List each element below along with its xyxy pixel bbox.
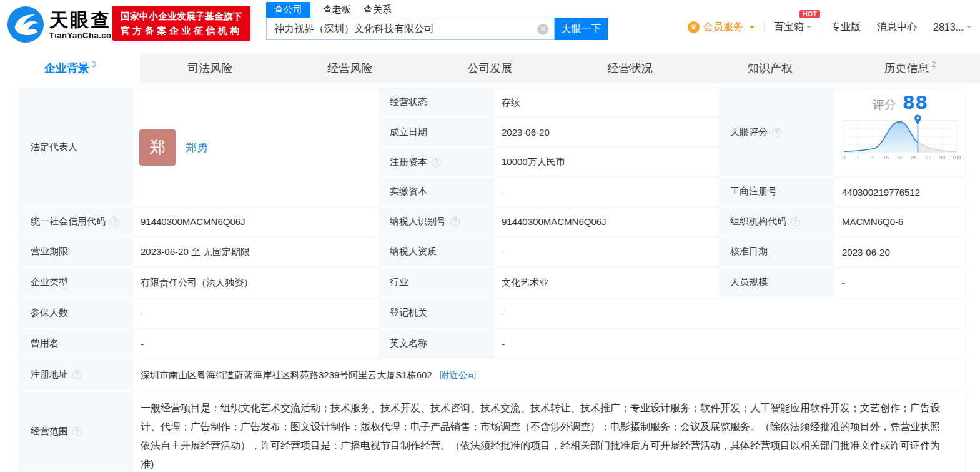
tab-judicial-risk[interactable]: 司法风险 xyxy=(140,53,280,83)
empty-cell xyxy=(719,329,966,359)
svg-text:99: 99 xyxy=(939,154,946,161)
score-title: 评分 88 xyxy=(873,92,928,113)
help-icon[interactable]: ? xyxy=(772,128,781,137)
label-text: 纳税人识别号 xyxy=(390,216,446,228)
clear-icon[interactable]: × xyxy=(537,24,548,35)
search-row: × 天眼一下 xyxy=(266,18,608,40)
svg-text:85: 85 xyxy=(911,154,918,161)
score-number: 88 xyxy=(903,92,928,113)
field-reg-authority-value: - xyxy=(494,298,719,329)
field-paid-capital-label: 实缴资本 xyxy=(379,178,494,207)
section-tabs: 企业背景 3 司法风险 经营风险 公司发展 经营状况 知识产权 历史信息 2 xyxy=(0,53,980,83)
field-reg-status-label: 经营状态 xyxy=(379,88,494,118)
top-nav: ♛ 会员服务 HOT 百宝箱 专业版 消息中心 2813... xyxy=(688,21,971,34)
tab-company-background[interactable]: 企业背景 3 xyxy=(0,53,140,83)
field-staff-size-value: - xyxy=(834,268,966,298)
tab-intellectual-property[interactable]: 知识产权 xyxy=(700,53,840,83)
search-tab-relation[interactable]: 查关系 xyxy=(364,2,392,18)
field-reg-authority-label: 登记机关 xyxy=(379,298,494,329)
search-tab-company[interactable]: 查公司 xyxy=(266,2,310,18)
field-paid-capital-value: - xyxy=(494,178,719,207)
label-text: 注册资本 xyxy=(390,156,427,168)
field-credit-code-value: 91440300MACMN6Q06J xyxy=(133,207,379,237)
tab-label: 经营状况 xyxy=(608,61,653,76)
header: 天眼查 TianYanCha.com 国家中小企业发展子基金旗下 官方备案企业征… xyxy=(0,0,980,50)
field-industry-label: 行业 xyxy=(379,268,494,298)
tab-count: 2 xyxy=(932,60,936,69)
tab-operating-status[interactable]: 经营状况 xyxy=(560,53,700,83)
svg-text:15: 15 xyxy=(883,154,889,161)
field-industry-value: 文化艺术业 xyxy=(494,268,719,298)
crown-icon: ♛ xyxy=(688,21,700,33)
nav-vip-label: 会员服务 xyxy=(703,21,743,34)
address-text: 深圳市南山区粤海街道蔚蓝海岸社区科苑路3239号阿里云大厦S1栋602 xyxy=(141,369,432,381)
svg-text:100: 100 xyxy=(952,154,961,161)
help-icon[interactable]: ? xyxy=(72,427,82,436)
field-english-name-label: 英文名称 xyxy=(379,329,494,359)
field-approval-date-label: 核准日期 xyxy=(719,237,834,268)
brand-domain: TianYanCha.com xyxy=(49,31,119,40)
field-legal-rep-value: 郑 郑勇 xyxy=(133,88,379,207)
nav-pro-version[interactable]: 专业版 xyxy=(831,21,861,34)
help-icon[interactable]: ? xyxy=(791,217,800,226)
search-box: × xyxy=(266,18,555,40)
empty-cell xyxy=(719,298,966,329)
tab-company-development[interactable]: 公司发展 xyxy=(420,53,560,83)
tab-history-info[interactable]: 历史信息 2 xyxy=(840,53,980,83)
label-text: 统一社会信用代码 xyxy=(31,216,106,228)
help-icon[interactable]: ? xyxy=(432,158,441,167)
certification-badge-line1: 国家中小企业发展子基金旗下 xyxy=(121,9,242,23)
field-staff-size-label: 人员规模 xyxy=(719,268,834,298)
score-word: 评分 xyxy=(873,97,896,113)
nav-message-center[interactable]: 消息中心 xyxy=(877,21,917,34)
chart-x-ticks: 0 1 3 15 50 85 97 99 100 xyxy=(842,154,961,161)
nav-user-account[interactable]: 2813... xyxy=(933,22,971,33)
brand-name: 天眼查 xyxy=(49,9,119,31)
tab-operating-risk[interactable]: 经营风险 xyxy=(280,53,420,83)
tab-label: 公司发展 xyxy=(467,61,512,76)
tianyancha-logo[interactable]: 天眼查 TianYanCha.com xyxy=(6,5,119,44)
tab-label: 知识产权 xyxy=(748,61,793,76)
tyc-score-chart[interactable]: 评分 88 xyxy=(834,88,966,178)
svg-text:1: 1 xyxy=(856,154,859,161)
field-taxpayer-quality-value: - xyxy=(494,237,719,268)
field-reg-capital-value: 10000万人民币 xyxy=(494,148,719,178)
search-button[interactable]: 天眼一下 xyxy=(555,18,608,40)
field-org-code-label: 组织机构代码 ? xyxy=(719,207,834,237)
field-english-name-value: - xyxy=(494,329,719,359)
help-icon[interactable]: ? xyxy=(450,217,460,226)
field-reg-address-value: 深圳市南山区粤海街道蔚蓝海岸社区科苑路3239号阿里云大厦S1栋602 附近公司 xyxy=(133,359,966,391)
nearby-companies-link[interactable]: 附近公司 xyxy=(440,369,477,381)
label-text: 经营范围 xyxy=(31,426,68,438)
svg-text:3: 3 xyxy=(870,154,873,161)
search-tabs: 查公司 查老板 查关系 xyxy=(266,1,608,18)
field-establish-date-label: 成立日期 xyxy=(379,118,494,148)
field-taxpayer-id-label: 纳税人识别号 ? xyxy=(379,207,494,237)
field-insured-count-label: 参保人数 xyxy=(19,298,133,329)
search-tab-boss[interactable]: 查老板 xyxy=(323,2,351,18)
help-icon[interactable]: ? xyxy=(110,217,119,226)
tianyancha-logo-icon xyxy=(6,5,45,44)
field-former-name-label: 曾用名 xyxy=(19,329,133,359)
legal-rep-avatar[interactable]: 郑 xyxy=(139,129,176,166)
field-reg-number-label: 工商注册号 xyxy=(719,178,834,207)
help-icon[interactable]: ? xyxy=(72,370,82,379)
score-distribution-chart: 0 1 3 15 50 85 97 99 100 xyxy=(839,114,961,166)
svg-text:50: 50 xyxy=(897,154,903,161)
chevron-down-icon xyxy=(966,26,971,29)
nav-toolbox-label: 百宝箱 xyxy=(774,21,804,34)
field-reg-capital-label: 注册资本 ? xyxy=(379,148,494,178)
chevron-down-icon xyxy=(806,26,811,29)
legal-rep-name-link[interactable]: 郑勇 xyxy=(186,140,208,155)
field-former-name-value: - xyxy=(133,329,379,359)
search-input[interactable] xyxy=(267,18,554,39)
field-tyc-score-label: 天眼评分 ? xyxy=(719,88,834,178)
field-business-term-label: 营业期限 xyxy=(19,237,133,268)
field-insured-count-value: - xyxy=(133,298,379,329)
nav-toolbox[interactable]: HOT 百宝箱 xyxy=(774,21,811,34)
nav-vip-services[interactable]: ♛ 会员服务 xyxy=(688,21,755,34)
field-org-code-value: MACMN6Q0-6 xyxy=(834,207,966,237)
field-approval-date-value: 2023-06-20 xyxy=(834,237,966,268)
field-business-term-value: 2023-06-20 至 无固定期限 xyxy=(133,237,379,268)
label-text: 天眼评分 xyxy=(730,126,768,138)
